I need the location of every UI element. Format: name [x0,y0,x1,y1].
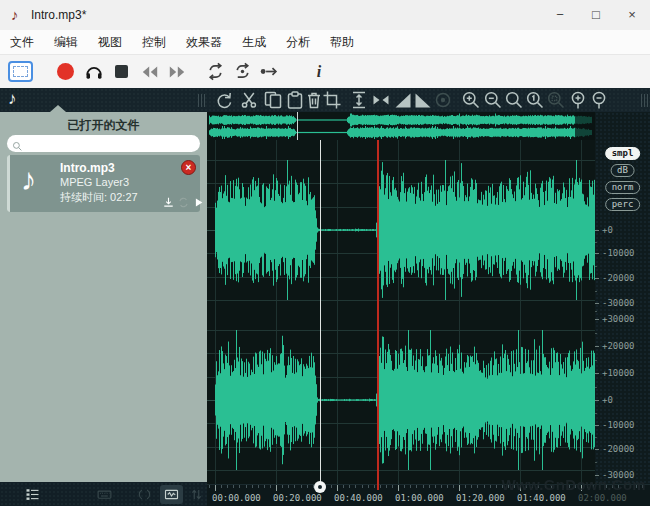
loop-button[interactable] [204,55,226,88]
menu-control[interactable]: 控制 [132,30,176,54]
axis-label: +0 [602,225,613,235]
timeline-minor-tick [258,485,259,488]
zoom-selection-icon[interactable] [546,90,566,110]
zoom-icon[interactable] [504,90,524,110]
info-icon: i [317,63,321,81]
file-tab-note-icon[interactable]: ♪ [8,89,17,109]
file-note-icon: ♪ [21,162,37,198]
timeline-label: 00:20.000 [273,493,322,503]
play-from-cursor-button[interactable] [257,55,281,88]
axis-label: +0 [602,395,613,405]
info-button[interactable]: i [311,55,327,88]
timeline-minor-tick [392,485,393,488]
timeline-minor-tick [404,485,405,488]
axis-label: +20000 [602,341,635,351]
fade-out-icon[interactable] [413,90,433,110]
amplitude-axis: smpldBnormperc+0-10000-20000-30000+30000… [595,112,650,484]
timeline-minor-tick [331,485,332,488]
axis-tick [595,319,599,320]
brackets-button[interactable] [137,487,152,502]
menu-analyze[interactable]: 分析 [276,30,320,54]
zoom-one-icon[interactable] [525,90,545,110]
play-icon [192,196,205,209]
maximize-button[interactable]: □ [578,0,614,30]
file-list-view-button[interactable] [25,487,40,502]
timeline-minor-tick [380,485,381,488]
vzoom-in-icon[interactable] [568,90,588,110]
fade-in-icon[interactable] [393,90,413,110]
scale-perc-button[interactable]: perc [605,198,641,211]
timeline-label: 01:00.000 [395,493,444,503]
timeline-minor-tick [447,485,448,488]
rewind-button[interactable] [139,55,161,88]
waveform-canvas[interactable] [207,140,595,484]
file-play-button[interactable] [192,195,205,208]
timeline-minor-tick [252,485,253,488]
transport-toolbar: i 44.1 kHz stereo -0000:00:54.460 [0,55,650,88]
loop-icon [206,62,225,81]
toolbar-drag-handle[interactable] [198,94,205,107]
zoom-out-icon[interactable] [483,90,503,110]
copy-icon[interactable] [263,90,283,110]
trim-icon[interactable] [322,90,342,110]
waveform-view-button[interactable] [164,487,179,502]
timeline-major-tick [459,485,460,491]
timeline-minor-tick [441,485,442,488]
scale-smpl-button[interactable]: smpl [605,147,641,160]
stop-button[interactable] [113,55,129,88]
axis-minor-tick [595,413,597,414]
timeline-label: 00:40.000 [334,493,383,503]
zoom-in-icon[interactable] [461,90,481,110]
cut-icon[interactable] [239,90,259,110]
menu-file[interactable]: 文件 [0,30,44,54]
list-view-icon [25,487,40,502]
search-input[interactable] [7,135,200,152]
menu-edit[interactable]: 编辑 [44,30,88,54]
record-button[interactable] [56,55,74,88]
forward-button[interactable] [166,55,188,88]
cursor-pin-handle[interactable] [314,481,326,493]
axis-minor-tick [595,291,597,292]
axis-tick [595,253,599,254]
file-close-button[interactable]: × [181,160,196,175]
sidebar-title: 已打开的文件 [0,112,207,134]
delete-icon[interactable] [304,90,324,110]
insert-marker-icon[interactable] [433,90,453,110]
sort-button[interactable] [189,487,204,502]
timeline-minor-tick [429,485,430,488]
timeline-minor-tick [435,485,436,488]
timeline-minor-tick [484,485,485,488]
selection-tool-button[interactable] [8,61,33,82]
vzoom-out-icon[interactable] [589,90,609,110]
menu-generate[interactable]: 生成 [232,30,276,54]
search-icon [12,138,23,149]
file-save-button[interactable] [162,195,175,208]
redo-icon[interactable] [214,90,234,110]
loop-selection-button[interactable] [231,55,253,88]
scale-dB-button[interactable]: dB [610,164,635,177]
file-sync-button[interactable] [177,195,190,208]
timeline-minor-tick [301,485,302,488]
waveform-overview-canvas[interactable] [207,112,595,141]
timeline-major-tick [276,485,277,491]
record-icon [57,63,74,80]
minimize-button[interactable]: − [542,0,578,30]
scale-norm-button[interactable]: norm [605,181,641,194]
timeline-minor-tick [264,485,265,488]
play-monitor-button[interactable] [83,55,105,88]
reverse-icon[interactable] [371,90,391,110]
close-button[interactable]: × [614,0,650,30]
axis-label: -20000 [602,444,635,454]
timeline-minor-tick [294,485,295,488]
menu-view[interactable]: 视图 [88,30,132,54]
menu-effects[interactable]: 效果器 [176,30,232,54]
timeline-minor-tick [410,485,411,488]
timeline-minor-tick [423,485,424,488]
paste-icon[interactable] [285,90,305,110]
amplify-icon[interactable] [349,90,369,110]
file-list-item[interactable]: ♪ Intro.mp3 MPEG Layer3 持续时间: 02:27 × [7,155,200,212]
toolbar-drag-handle-right[interactable] [641,94,648,107]
menu-help[interactable]: 帮助 [320,30,364,54]
timeline-minor-tick [362,485,363,488]
keyboard-shortcuts-button[interactable] [97,487,112,502]
